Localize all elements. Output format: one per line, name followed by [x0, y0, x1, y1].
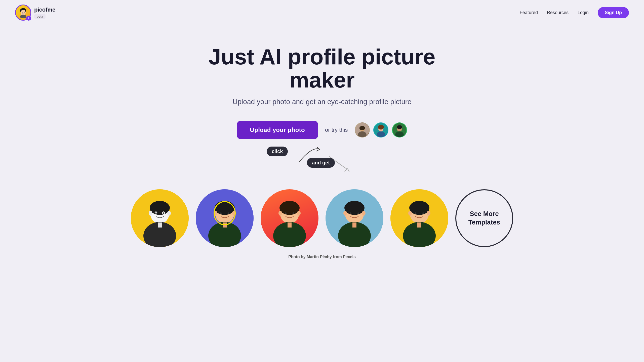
svg-point-62 — [415, 212, 416, 214]
svg-point-43 — [297, 211, 301, 216]
svg-point-25 — [155, 212, 157, 214]
svg-point-3 — [22, 12, 23, 13]
template-item-4[interactable] — [326, 189, 383, 247]
sample-avatar-3[interactable] — [392, 122, 407, 138]
sample-avatar-1[interactable] — [355, 122, 370, 138]
see-more-templates-button[interactable]: See More Templates — [455, 189, 513, 247]
svg-point-12 — [378, 125, 384, 129]
template-item-5[interactable] — [390, 189, 448, 247]
svg-point-31 — [215, 201, 235, 215]
cta-row: Upload your photo or try this — [10, 121, 634, 139]
nav-login[interactable]: Login — [578, 10, 589, 15]
svg-point-50 — [344, 201, 365, 215]
svg-rect-28 — [158, 222, 162, 228]
get-label: and get — [307, 158, 335, 168]
upload-button[interactable]: Upload your photo — [237, 121, 318, 139]
nav-resources[interactable]: Resources — [547, 10, 569, 15]
svg-point-26 — [163, 212, 164, 214]
hero-subtitle: Upload your photo and get an eye-catchin… — [10, 98, 634, 106]
svg-point-53 — [350, 212, 351, 214]
svg-point-22 — [167, 211, 171, 216]
svg-point-16 — [397, 125, 402, 129]
svg-rect-56 — [352, 222, 356, 228]
sample-avatar-2[interactable] — [373, 122, 388, 138]
svg-point-51 — [343, 211, 347, 216]
svg-point-8 — [359, 126, 365, 130]
svg-point-61 — [427, 211, 430, 216]
nav-links: Featured Resources Login Sign Up — [520, 7, 629, 18]
photo-credit: Photo by Martin Péchy from Pexels — [0, 255, 644, 264]
template-5-icon — [390, 189, 448, 247]
svg-point-2 — [21, 10, 26, 15]
or-try-text: or try this — [325, 127, 348, 133]
avatar-1-icon — [355, 123, 369, 137]
svg-point-41 — [279, 201, 300, 215]
brand-info: picofme beta — [34, 7, 55, 19]
svg-point-4 — [24, 12, 25, 13]
svg-point-34 — [220, 212, 222, 214]
svg-point-60 — [408, 211, 412, 216]
svg-point-35 — [228, 212, 229, 214]
click-label: click — [267, 147, 288, 156]
svg-point-52 — [362, 211, 366, 216]
svg-point-42 — [278, 211, 282, 216]
hero-section: Just AI profile picture maker Upload you… — [0, 25, 644, 184]
template-item-1[interactable] — [131, 189, 189, 247]
svg-point-20 — [150, 201, 170, 215]
avatar-2-icon — [374, 123, 388, 137]
template-1-icon — [131, 189, 189, 247]
svg-rect-47 — [288, 222, 292, 228]
svg-rect-65 — [417, 222, 421, 228]
svg-point-59 — [409, 201, 429, 215]
hero-title: Just AI profile picture maker — [184, 45, 460, 92]
template-item-3[interactable] — [261, 189, 318, 247]
template-4-icon — [326, 189, 383, 247]
logo-wrapper: + — [15, 5, 31, 21]
navbar: + picofme beta Featured Resources Login … — [0, 0, 644, 25]
annotation-section: click and get — [10, 144, 634, 174]
template-item-2[interactable] — [196, 189, 254, 247]
templates-row: See More Templates — [0, 184, 644, 255]
sample-avatars — [355, 122, 407, 138]
signup-button[interactable]: Sign Up — [598, 7, 629, 18]
svg-point-45 — [293, 212, 294, 214]
beta-badge: beta — [34, 14, 46, 19]
svg-point-63 — [422, 212, 424, 214]
nav-featured[interactable]: Featured — [520, 10, 538, 15]
avatar-3-icon — [392, 123, 407, 137]
template-3-icon — [261, 189, 318, 247]
brand-name: picofme — [34, 7, 55, 13]
template-2-icon — [196, 189, 254, 247]
see-more-text: See More Templates — [468, 210, 500, 227]
svg-point-54 — [357, 212, 359, 214]
nav-brand: + picofme beta — [15, 5, 55, 21]
svg-point-21 — [149, 211, 152, 216]
svg-point-44 — [285, 212, 287, 214]
plus-icon: + — [26, 16, 31, 21]
